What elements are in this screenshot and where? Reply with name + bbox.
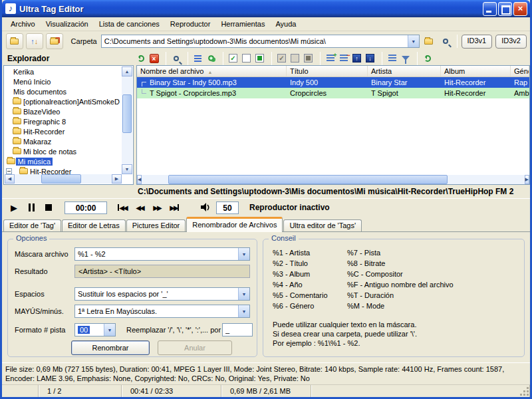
tab-renombrador-de-archivos[interactable]: Renombrador de Archivos — [186, 217, 283, 232]
favorites-folder-button[interactable] — [46, 33, 63, 49]
menu-herramientas[interactable]: Herramientas — [216, 19, 269, 29]
tree-item[interactable]: Kerika — [5, 66, 122, 76]
scroll-left-icon[interactable]: ◀ — [137, 175, 142, 184]
forward-button[interactable]: ▶▶ — [151, 201, 164, 214]
column-header-title[interactable]: Título — [287, 66, 368, 76]
menu-lista-de-canciones[interactable]: Lista de canciones — [94, 19, 164, 29]
list-horizontal-scrollbar[interactable]: ◀ ▶ — [137, 175, 529, 184]
tree-item[interactable]: Menú Inicio — [5, 76, 122, 86]
play-button[interactable]: ▶ — [7, 201, 21, 214]
swap-files-button[interactable]: ↑↓ — [26, 33, 43, 49]
volume-button[interactable] — [199, 201, 212, 214]
toolbar-separator — [320, 52, 321, 65]
id3v1-button[interactable]: ID3v1 — [462, 35, 493, 49]
tree-item[interactable]: Makaraz — [5, 136, 122, 146]
tab-editor-de-letras[interactable]: Editor de Letras — [62, 219, 126, 231]
next-button[interactable]: ▶▶ — [168, 201, 182, 214]
tree-horizontal-scrollbar[interactable]: ◀ ▶ — [5, 174, 122, 184]
volume-level[interactable]: 50 — [216, 201, 239, 214]
maximize-button[interactable] — [498, 2, 512, 16]
tree-item[interactable]: BlazeVideo — [5, 106, 122, 116]
column-header-genre[interactable]: Género — [511, 66, 529, 76]
tree-item[interactable]: [optionalreaction]AntiSmokeD — [5, 96, 122, 106]
check-all-button[interactable]: ✓ — [227, 53, 239, 64]
chevron-down-icon[interactable]: ▼ — [238, 248, 249, 260]
chevron-down-icon[interactable]: ▼ — [408, 35, 419, 47]
tree-vertical-scrollbar[interactable]: ▲ ▼ — [122, 66, 132, 174]
move-down-button[interactable]: ↓ — [364, 53, 376, 64]
tree-item-selected[interactable]: ♪Mi música — [5, 156, 122, 166]
menu-archivo[interactable]: Archivo — [6, 19, 40, 29]
gray-check-selection-button[interactable] — [303, 53, 314, 64]
search-button[interactable] — [170, 53, 182, 64]
id3v2-button[interactable]: ID3v2 — [495, 35, 527, 49]
move-up-button[interactable]: ↑ — [351, 53, 362, 64]
spaces-combobox[interactable]: Sustituir los espacios por '_' ▼ — [74, 287, 250, 301]
gray-check-all-button[interactable]: ✓ — [276, 53, 287, 64]
scroll-thumb[interactable] — [41, 174, 81, 184]
collapse-node-icon[interactable] — [6, 168, 12, 174]
collapse-tree-button[interactable]: − — [338, 53, 349, 64]
file-row-selected[interactable]: Binary Star - Indy 500.mp3 Indy 500 Bina… — [137, 77, 529, 88]
resize-grip[interactable] — [521, 388, 529, 396]
stop-button[interactable] — [42, 201, 55, 214]
menu-ayuda[interactable]: Ayuda — [271, 19, 301, 29]
chevron-down-icon[interactable]: ▼ — [238, 305, 249, 317]
gray-check-selection-icon — [304, 54, 313, 63]
refresh-button[interactable] — [135, 53, 146, 64]
scroll-down-icon[interactable]: ▼ — [122, 164, 132, 174]
tab-ultra-editor-de-tags[interactable]: Ultra editor de 'Tags' — [283, 219, 362, 231]
remove-button[interactable]: × — [148, 53, 160, 64]
track-format-combobox[interactable]: 00 ▼ — [74, 323, 116, 336]
title-bar[interactable]: ♪ Ultra Tag Editor × — [2, 0, 530, 17]
case-combobox[interactable]: 1ª Letra En Mayúsculas. ▼ — [74, 305, 250, 318]
close-button[interactable]: × — [513, 2, 527, 16]
menu-reproductor[interactable]: Reproductor — [166, 19, 215, 29]
scroll-up-icon[interactable]: ▲ — [122, 66, 132, 76]
file-row[interactable]: T Spigot - Cropcircles.mp3 Cropcircles T… — [137, 88, 529, 98]
filter-button[interactable] — [400, 53, 411, 64]
tree-item[interactable]: Mis documentos — [5, 86, 122, 96]
expand-tree-button[interactable]: + — [325, 53, 336, 64]
open-folder-button[interactable] — [6, 33, 23, 49]
pause-button[interactable] — [25, 201, 38, 214]
rename-button[interactable]: Renombrar — [71, 340, 150, 355]
discs-button[interactable] — [205, 53, 217, 64]
tree-item[interactable]: Firegraphic 8 — [5, 116, 122, 126]
tab-pictures-editor[interactable]: Pictures Editor — [126, 219, 186, 231]
expand-tree-icon: + — [327, 55, 334, 62]
replace-input[interactable] — [222, 323, 253, 336]
scroll-right-icon[interactable]: ▶ — [112, 174, 122, 184]
mask-combobox[interactable]: %1 - %2 ▼ — [74, 247, 250, 261]
playlist-button[interactable] — [192, 53, 203, 64]
tree-item[interactable]: Hit-Recorder — [5, 126, 122, 136]
tree-item-child[interactable]: Hit-Recorder — [5, 166, 122, 174]
hint-note: Puede utilizar cualquier texto en la más… — [273, 321, 416, 329]
scroll-right-icon[interactable]: ▶ — [525, 175, 529, 184]
scroll-thumb[interactable] — [122, 94, 132, 133]
tab-editor-de-tag[interactable]: Editor de 'Tag' — [3, 219, 61, 231]
gray-uncheck-button[interactable] — [289, 53, 301, 64]
previous-button[interactable]: ◀◀ — [116, 201, 130, 214]
chevron-down-icon[interactable]: ▼ — [104, 324, 115, 336]
rewind-button[interactable]: ◀◀ — [134, 201, 147, 214]
scroll-left-icon[interactable]: ◀ — [5, 174, 15, 184]
tree-view-button[interactable] — [386, 53, 398, 64]
refresh-list-button[interactable] — [422, 53, 433, 64]
menu-visualizacion[interactable]: Visualización — [41, 19, 93, 29]
cancel-button[interactable]: Anular — [158, 340, 232, 355]
chevron-down-icon[interactable]: ▼ — [238, 288, 249, 300]
column-header-artist[interactable]: Artista — [368, 66, 441, 76]
folder-path-combobox[interactable]: C:\Documents and Settings\uptodown-3\Mis… — [101, 35, 420, 48]
search-files-button[interactable] — [438, 35, 453, 48]
browse-folder-button[interactable] — [422, 35, 436, 48]
minimize-button[interactable] — [483, 2, 497, 16]
toolbar-separator — [417, 52, 418, 65]
check-selection-button[interactable] — [254, 53, 265, 64]
uncheck-all-button[interactable] — [241, 53, 252, 64]
column-header-album[interactable]: Album — [441, 66, 511, 76]
scroll-thumb[interactable] — [168, 175, 448, 184]
main-toolbar: ↑↓ Carpeta C:\Documents and Settings\upt… — [2, 31, 530, 51]
column-header-name[interactable]: Nombre del archivo▲ — [137, 66, 287, 76]
tree-item[interactable]: Mi bloc de notas — [5, 146, 122, 156]
